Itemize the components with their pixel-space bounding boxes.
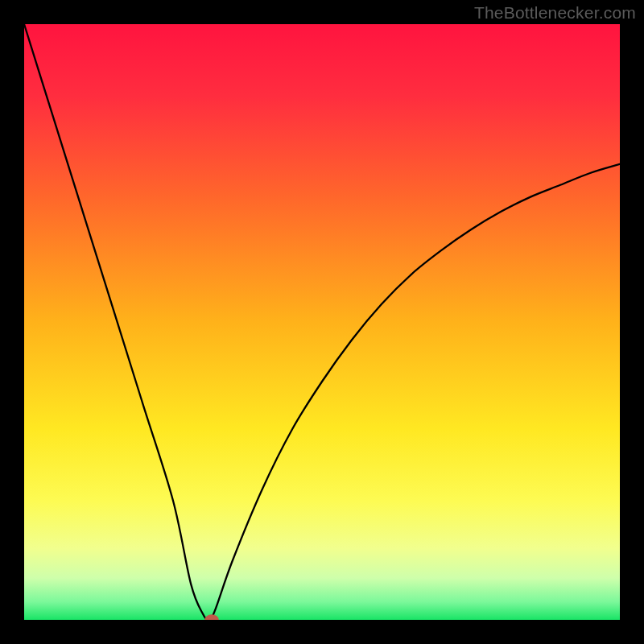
plot-area bbox=[24, 24, 620, 620]
chart-frame: TheBottlenecker.com bbox=[0, 0, 644, 644]
watermark-text: TheBottlenecker.com bbox=[474, 3, 636, 23]
gradient-background bbox=[24, 24, 620, 620]
bottleneck-chart bbox=[24, 24, 620, 620]
